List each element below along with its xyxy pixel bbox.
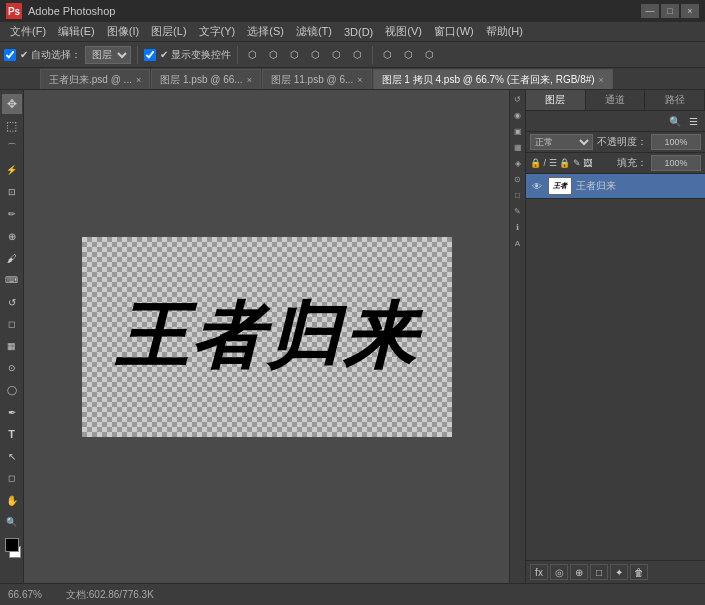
close-button[interactable]: × <box>681 4 699 18</box>
opacity-input[interactable] <box>651 134 701 150</box>
document-info: 文档:602.86/776.3K <box>66 588 697 602</box>
shape-tool[interactable]: ◻ <box>2 468 22 488</box>
blur-tool[interactable]: ⊙ <box>2 358 22 378</box>
new-group-button[interactable]: □ <box>590 564 608 580</box>
menu-select[interactable]: 选择(S) <box>241 22 290 41</box>
opacity-label: 不透明度： <box>597 135 647 149</box>
fill-input[interactable] <box>651 155 701 171</box>
maximize-button[interactable]: □ <box>661 4 679 18</box>
distribute3-button[interactable]: ⬡ <box>421 45 438 65</box>
tab-close-1[interactable]: × <box>247 75 252 85</box>
zoom-level: 66.67% <box>8 589 58 600</box>
distribute2-button[interactable]: ⬡ <box>400 45 417 65</box>
toolbar-separator-1 <box>137 46 138 64</box>
align-top-button[interactable]: ⬡ <box>307 45 324 65</box>
dodge-tool[interactable]: ◯ <box>2 380 22 400</box>
brush-preset-btn[interactable]: ◉ <box>511 108 525 122</box>
align-bottom-button[interactable]: ⬡ <box>349 45 366 65</box>
layers-tab[interactable]: 图层 <box>526 90 586 110</box>
menu-view[interactable]: 视图(V) <box>379 22 428 41</box>
extra-tools: ↺ ◉ ▣ ▦ ◈ ⊙ □ ✎ ℹ A <box>509 90 525 583</box>
clone-tool[interactable]: ⌨ <box>2 270 22 290</box>
align-right-button[interactable]: ⬡ <box>286 45 303 65</box>
color-btn[interactable]: ▣ <box>511 124 525 138</box>
menu-3d[interactable]: 3D(D) <box>338 24 379 40</box>
layers-fill-row: 🔒 / ☰ 🔒 ✎ 🖼 填充： <box>526 153 705 174</box>
swatches-btn[interactable]: ▦ <box>511 140 525 154</box>
tabs-bar: 王者归来.psd @ ... × 图层 1.psb @ 66... × 图层 1… <box>0 68 705 90</box>
panel-search-btn[interactable]: 🔍 <box>667 113 683 129</box>
panel-menu-btn[interactable]: ☰ <box>685 113 701 129</box>
marquee-tool[interactable]: ⬚ <box>2 116 22 136</box>
info-btn[interactable]: ℹ <box>511 220 525 234</box>
move-tool[interactable]: ✥ <box>2 94 22 114</box>
tab-3[interactable]: 图层 1 拷贝 4.psb @ 66.7% (王者回来, RGB/8#) × <box>373 69 613 89</box>
show-transform-label: ✔ 显示变换控件 <box>160 48 231 62</box>
menu-layer[interactable]: 图层(L) <box>145 22 192 41</box>
hand-tool[interactable]: ✋ <box>2 490 22 510</box>
masks-btn[interactable]: □ <box>511 188 525 202</box>
adjustments-btn[interactable]: ⊙ <box>511 172 525 186</box>
add-mask-button[interactable]: ◎ <box>550 564 568 580</box>
minimize-button[interactable]: — <box>641 4 659 18</box>
tab-close-3[interactable]: × <box>599 75 604 85</box>
char-btn[interactable]: A <box>511 236 525 250</box>
layer-name-0: 王者归来 <box>576 179 616 193</box>
menu-image[interactable]: 图像(I) <box>101 22 145 41</box>
crop-tool[interactable]: ⊡ <box>2 182 22 202</box>
menu-filter[interactable]: 滤镜(T) <box>290 22 338 41</box>
tab-1[interactable]: 图层 1.psb @ 66... × <box>151 69 261 89</box>
history-btn[interactable]: ↺ <box>511 92 525 106</box>
align-center-button[interactable]: ⬡ <box>265 45 282 65</box>
layer-item-0[interactable]: 👁 王者 王者归来 <box>526 174 705 199</box>
new-fill-button[interactable]: ⊕ <box>570 564 588 580</box>
layer-visibility-0[interactable]: 👁 <box>530 179 544 193</box>
auto-select-checkbox[interactable] <box>4 49 16 61</box>
tab-close-0[interactable]: × <box>136 75 141 85</box>
tab-0[interactable]: 王者归来.psd @ ... × <box>40 69 150 89</box>
window-controls[interactable]: — □ × <box>641 4 699 18</box>
healing-tool[interactable]: ⊕ <box>2 226 22 246</box>
canvas-area[interactable]: 王者归来 <box>24 90 509 583</box>
type-tool[interactable]: T <box>2 424 22 444</box>
fx-button[interactable]: fx <box>530 564 548 580</box>
auto-select-mode[interactable]: 图层 <box>85 46 131 64</box>
menu-window[interactable]: 窗口(W) <box>428 22 480 41</box>
title-bar-title: Adobe Photoshop <box>28 5 115 17</box>
align-left-button[interactable]: ⬡ <box>244 45 261 65</box>
menu-file[interactable]: 文件(F) <box>4 22 52 41</box>
blend-mode-select[interactable]: 正常 <box>530 134 593 150</box>
align-middle-button[interactable]: ⬡ <box>328 45 345 65</box>
title-bar: Ps Adobe Photoshop — □ × <box>0 0 705 22</box>
tab-close-2[interactable]: × <box>357 75 362 85</box>
right-panel-tabs: 图层 通道 路径 <box>526 90 705 111</box>
paths-tab[interactable]: 路径 <box>645 90 705 110</box>
zoom-tool[interactable]: 🔍 <box>2 512 22 532</box>
gradient-tool[interactable]: ▦ <box>2 336 22 356</box>
show-transform-checkbox[interactable] <box>144 49 156 61</box>
tab-2[interactable]: 图层 11.psb @ 6... × <box>262 69 372 89</box>
foreground-color[interactable] <box>5 538 19 552</box>
layers-mode-row: 正常 不透明度： <box>526 132 705 153</box>
color-swatches <box>3 538 21 558</box>
right-panel-icons: 🔍 ☰ <box>526 111 705 132</box>
layers-footer: fx ◎ ⊕ □ ✦ 🗑 <box>526 560 705 583</box>
menu-type[interactable]: 文字(Y) <box>193 22 242 41</box>
eyedropper-tool[interactable]: ✏ <box>2 204 22 224</box>
menu-edit[interactable]: 编辑(E) <box>52 22 101 41</box>
pen-tool[interactable]: ✒ <box>2 402 22 422</box>
history-brush-tool[interactable]: ↺ <box>2 292 22 312</box>
new-layer-button[interactable]: ✦ <box>610 564 628 580</box>
toolbar: ✔ 自动选择： 图层 ✔ 显示变换控件 ⬡ ⬡ ⬡ ⬡ ⬡ ⬡ ⬡ ⬡ ⬡ <box>0 42 705 68</box>
magic-wand-tool[interactable]: ⚡ <box>2 160 22 180</box>
styles-btn[interactable]: ◈ <box>511 156 525 170</box>
lasso-tool[interactable]: ⌒ <box>2 138 22 158</box>
delete-layer-button[interactable]: 🗑 <box>630 564 648 580</box>
path-select-tool[interactable]: ↖ <box>2 446 22 466</box>
notes-btn[interactable]: ✎ <box>511 204 525 218</box>
brush-tool[interactable]: 🖌 <box>2 248 22 268</box>
menu-help[interactable]: 帮助(H) <box>480 22 529 41</box>
eraser-tool[interactable]: ◻ <box>2 314 22 334</box>
channels-tab[interactable]: 通道 <box>586 90 646 110</box>
distribute-button[interactable]: ⬡ <box>379 45 396 65</box>
